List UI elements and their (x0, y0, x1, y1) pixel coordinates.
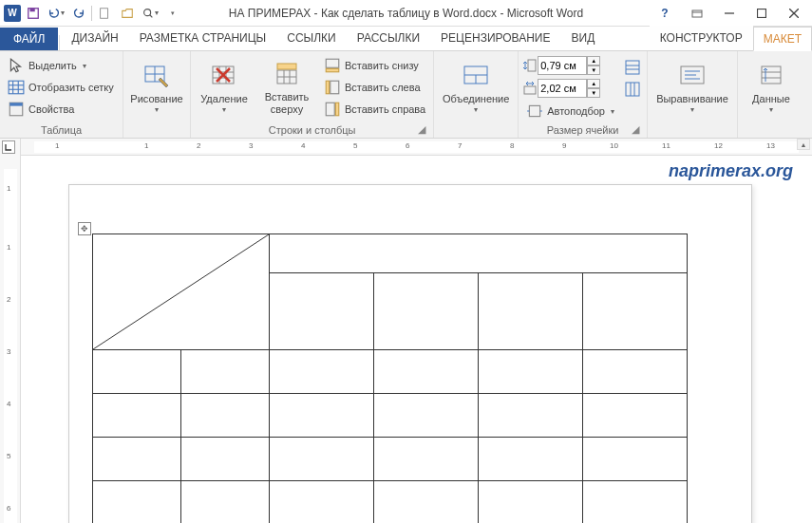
width-down-icon[interactable]: ▼ (587, 88, 600, 98)
distribute-cols-button[interactable] (622, 79, 643, 100)
table-cell[interactable] (479, 394, 583, 438)
app-icon: W (4, 5, 21, 22)
table-cell[interactable] (479, 350, 583, 394)
insert-right-button[interactable]: Вставить справа (320, 99, 429, 120)
table-cell[interactable] (374, 438, 479, 481)
table-cell[interactable] (93, 350, 181, 394)
insert-below-icon (324, 57, 341, 74)
table-cell[interactable] (93, 394, 181, 438)
table-move-handle-icon[interactable]: ✥ (78, 222, 91, 235)
table-cell[interactable] (270, 234, 688, 273)
height-up-icon[interactable]: ▲ (587, 56, 600, 65)
table-cell[interactable] (479, 481, 583, 524)
distribute-rows-button[interactable] (622, 57, 643, 78)
tab-review[interactable]: РЕЦЕНЗИРОВАНИЕ (430, 26, 560, 50)
table-cell[interactable] (583, 394, 688, 438)
preview-icon[interactable]: ▾ (140, 3, 161, 24)
group-draw-label (127, 123, 186, 137)
group-data-label (742, 123, 801, 137)
draw-table-icon (142, 61, 172, 91)
height-down-icon[interactable]: ▼ (587, 65, 600, 75)
table-cell[interactable] (479, 272, 583, 349)
svg-rect-17 (9, 103, 23, 105)
merge-button[interactable]: Объединение▾ (438, 53, 514, 121)
col-width-input[interactable] (538, 79, 587, 98)
grid-icon (8, 79, 25, 96)
pointer-icon (8, 57, 25, 74)
row-height-input[interactable] (538, 56, 587, 75)
table-cell-diagonal[interactable] (93, 234, 270, 350)
table-cell[interactable] (93, 481, 181, 524)
merge-icon (461, 61, 491, 91)
maximize-icon[interactable] (749, 4, 774, 23)
new-doc-icon[interactable] (94, 3, 115, 24)
svg-rect-1 (30, 8, 35, 11)
cell-size-launcher-icon[interactable]: ◢ (630, 123, 641, 135)
svg-rect-2 (101, 8, 108, 18)
tab-constructor[interactable]: КОНСТРУКТОР (650, 26, 753, 50)
tab-page-layout[interactable]: РАЗМЕТКА СТРАНИЦЫ (129, 26, 277, 50)
tab-view[interactable]: ВИД (561, 26, 606, 50)
ruler-scroll-icon[interactable]: ▲ (797, 139, 810, 150)
table-cell[interactable] (181, 481, 270, 524)
insert-below-button[interactable]: Вставить снизу (320, 55, 429, 76)
table-cell[interactable] (583, 350, 688, 394)
close-icon[interactable] (782, 4, 806, 23)
draw-button[interactable]: Рисование▾ (127, 53, 186, 121)
tab-selector-icon[interactable] (2, 140, 15, 154)
alignment-icon (677, 61, 708, 91)
tab-design[interactable]: ДИЗАЙН (61, 26, 128, 50)
help-icon[interactable]: ? (652, 4, 677, 23)
table-cell[interactable] (374, 272, 479, 349)
data-button[interactable]: Данные▾ (742, 53, 801, 121)
table-cell[interactable] (181, 350, 270, 394)
gridlines-button[interactable]: Отобразить сетку (4, 77, 118, 98)
table-cell[interactable] (93, 438, 181, 481)
autofit-button[interactable]: Автоподбор▾ (522, 101, 618, 121)
svg-rect-35 (330, 81, 339, 94)
data-icon (756, 61, 786, 91)
svg-point-3 (144, 9, 151, 15)
table-cell[interactable] (374, 481, 479, 524)
svg-rect-38 (335, 103, 338, 116)
svg-rect-45 (626, 61, 639, 74)
table-cell[interactable] (270, 394, 374, 438)
rows-cols-launcher-icon[interactable]: ◢ (416, 123, 427, 135)
table-cell[interactable] (181, 438, 270, 481)
insert-above-button[interactable]: Вставить сверху (257, 53, 316, 121)
properties-button[interactable]: Свойства (4, 99, 118, 120)
width-up-icon[interactable]: ▲ (587, 79, 600, 88)
table-cell[interactable] (583, 481, 688, 524)
autofit-icon (526, 103, 543, 120)
horizontal-ruler: 1 1 2 3 4 5 6 7 8 9 10 11 12 13 ▲ (21, 139, 812, 156)
open-icon[interactable] (117, 3, 138, 24)
table-cell[interactable] (270, 481, 374, 524)
table-cell[interactable] (479, 438, 583, 481)
table-cell[interactable] (181, 394, 270, 438)
redo-icon[interactable] (68, 3, 89, 24)
alignment-button[interactable]: Выравнивание▾ (651, 53, 733, 121)
tab-mailings[interactable]: РАССЫЛКИ (347, 26, 430, 50)
tab-references[interactable]: ССЫЛКИ (276, 26, 346, 50)
save-icon[interactable] (23, 3, 44, 24)
tab-layout[interactable]: МАКЕТ (753, 27, 812, 51)
table-cell[interactable] (583, 438, 688, 481)
table-cell[interactable] (270, 438, 374, 481)
table-cell[interactable] (583, 272, 688, 349)
row-height-icon (522, 58, 538, 73)
svg-rect-8 (758, 9, 766, 17)
delete-button[interactable]: Удаление▾ (195, 53, 254, 121)
table-cell[interactable] (270, 272, 374, 349)
select-button[interactable]: Выделить▾ (4, 55, 118, 76)
insert-left-icon (324, 79, 341, 96)
tab-file[interactable]: ФАЙЛ (0, 28, 58, 50)
table-cell[interactable] (374, 394, 479, 438)
ribbon-display-icon[interactable] (685, 4, 709, 23)
table-cell[interactable] (270, 350, 374, 394)
insert-left-button[interactable]: Вставить слева (320, 77, 429, 98)
undo-icon[interactable]: ▾ (46, 3, 66, 24)
qat-customize-icon[interactable]: ▾ (162, 3, 183, 24)
word-table[interactable] (92, 233, 688, 523)
table-cell[interactable] (374, 350, 479, 394)
minimize-icon[interactable] (717, 4, 742, 23)
